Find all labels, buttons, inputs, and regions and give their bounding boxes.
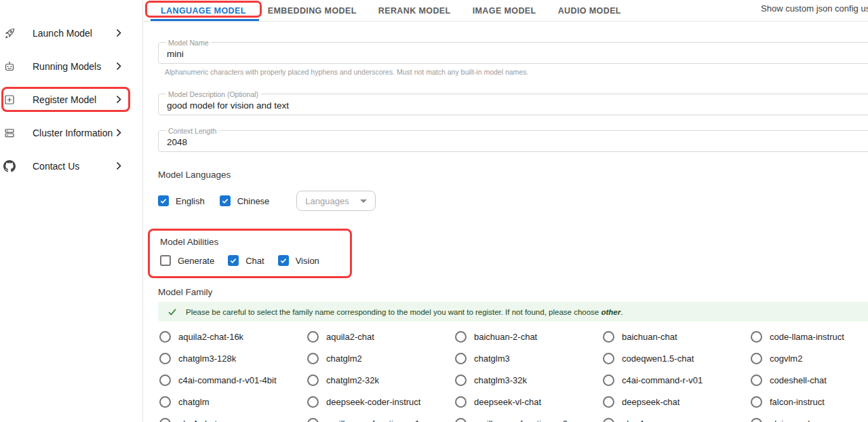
ability-vision-checkbox[interactable]	[278, 255, 289, 266]
model-description-value[interactable]: good model for vision and text	[167, 98, 289, 111]
radio-button[interactable]	[455, 331, 467, 343]
radio-button[interactable]	[751, 331, 762, 343]
show-json-config-link[interactable]: Show custom json config used b	[761, 3, 868, 14]
model-name-field[interactable]: Model Name mini	[158, 42, 868, 64]
family-option-chatglm3-32k[interactable]: chatglm3-32k	[455, 369, 603, 391]
model-family-alert: Please be careful to select the family n…	[158, 302, 868, 322]
family-option-aquila2-chat-16k[interactable]: aquila2-chat-16k	[159, 326, 307, 347]
radio-button[interactable]	[159, 375, 171, 386]
radio-button[interactable]	[159, 331, 171, 343]
family-option-chatglm2-32k[interactable]: chatglm2-32k	[307, 369, 455, 391]
language-chinese-checkbox[interactable]	[220, 195, 231, 206]
radio-button[interactable]	[603, 418, 614, 422]
context-length-field[interactable]: Context Length 2048	[158, 130, 868, 152]
chevron-down-icon	[360, 199, 367, 203]
languages-dropdown[interactable]: Languages	[296, 191, 375, 211]
family-option-cogvlm2[interactable]: cogvlm2	[751, 347, 868, 369]
tab-label: EMBEDDING MODEL	[268, 6, 357, 16]
radio-label: aquila2-chat	[326, 332, 374, 342]
radio-button[interactable]	[307, 331, 319, 343]
radio-button[interactable]	[307, 375, 319, 386]
radio-button[interactable]	[751, 375, 762, 386]
ability-chat-option[interactable]: Chat	[228, 255, 264, 266]
plus-square-icon	[3, 94, 16, 106]
ability-chat-checkbox[interactable]	[228, 255, 239, 266]
radio-label: chatglm3-128k	[178, 353, 236, 364]
context-length-value[interactable]: 2048	[167, 135, 187, 147]
family-option-baichuan-2-chat[interactable]: baichuan-2-chat	[455, 326, 603, 347]
radio-button[interactable]	[455, 418, 467, 422]
radio-button[interactable]	[603, 375, 614, 386]
sidebar-item-launch-model[interactable]: Launch Model	[0, 16, 142, 50]
language-english-option[interactable]: English	[158, 195, 205, 206]
ability-generate-checkbox[interactable]	[160, 255, 171, 266]
radio-label: chatglm	[178, 397, 210, 407]
tab-label: IMAGE MODEL	[473, 6, 536, 16]
model-family-title: Model Family	[158, 287, 868, 297]
family-option-glaive-coder[interactable]: glaive-coder	[751, 413, 868, 422]
sidebar-item-cluster-information[interactable]: Cluster Information	[0, 116, 142, 149]
tab-audio-model[interactable]: AUDIO MODEL	[547, 0, 632, 21]
ability-vision-option[interactable]: Vision	[278, 255, 319, 266]
tab-rerank-model[interactable]: RERANK MODEL	[368, 0, 462, 21]
radio-button[interactable]	[751, 353, 762, 364]
family-option-c4ai-command-r-v01[interactable]: c4ai-command-r-v01	[603, 369, 751, 391]
family-option-glm-4v[interactable]: glm-4v	[603, 413, 751, 422]
family-option-code-llama-instruct[interactable]: code-llama-instruct	[751, 326, 868, 347]
sidebar-item-running-models[interactable]: Running Models	[0, 50, 142, 83]
family-option-deepseek-chat[interactable]: deepseek-chat	[603, 391, 751, 413]
family-option-deepseek-vl-chat[interactable]: deepseek-vl-chat	[455, 391, 603, 413]
radio-button[interactable]	[307, 418, 319, 422]
family-option-codeqwen1-5-chat[interactable]: codeqwen1.5-chat	[603, 347, 751, 369]
radio-button[interactable]	[159, 396, 171, 408]
model-name-value[interactable]: mini	[167, 47, 184, 59]
family-option-gorilla-openfunctions-v2[interactable]: gorilla-openfunctions-v2	[455, 413, 603, 422]
family-option-falcon-instruct[interactable]: falcon-instruct	[751, 391, 868, 413]
radio-button[interactable]	[751, 396, 762, 408]
radio-label: deepseek-chat	[622, 397, 679, 407]
radio-label: gorilla-openfunctions-v1	[326, 419, 420, 422]
family-option-c4ai-command-r-v01-4bit[interactable]: c4ai-command-r-v01-4bit	[159, 369, 307, 391]
family-option-chatglm[interactable]: chatglm	[159, 391, 307, 413]
model-family-grid: aquila2-chat-16k aquila2-chat baichuan-2…	[159, 326, 868, 422]
family-option-chatglm3[interactable]: chatglm3	[455, 347, 603, 369]
radio-button[interactable]	[455, 396, 467, 408]
family-option-chatglm3-128k[interactable]: chatglm3-128k	[159, 347, 307, 369]
radio-button[interactable]	[603, 353, 614, 364]
sidebar-item-label: Contact Us	[33, 161, 79, 172]
rocket-icon	[3, 27, 16, 39]
radio-label: chatglm3	[474, 353, 510, 364]
tab-embedding-model[interactable]: EMBEDDING MODEL	[257, 0, 368, 21]
family-option-gorilla-openfunctions-v1[interactable]: gorilla-openfunctions-v1	[307, 413, 455, 422]
tab-list: LANGUAGE MODELEMBEDDING MODELRERANK MODE…	[150, 0, 632, 21]
radio-button[interactable]	[307, 353, 319, 364]
sidebar-item-label: Running Models	[33, 61, 101, 72]
radio-button[interactable]	[159, 353, 171, 364]
model-name-label: Model Name	[165, 39, 212, 47]
radio-label: code-llama-instruct	[770, 332, 844, 342]
family-option-aquila2-chat[interactable]: aquila2-chat	[307, 326, 455, 347]
radio-button[interactable]	[751, 418, 762, 422]
ability-generate-option[interactable]: Generate	[160, 255, 214, 266]
model-description-field[interactable]: Model Description (Optional) good model …	[158, 94, 868, 115]
radio-button[interactable]	[603, 396, 614, 408]
sidebar-item-contact-us[interactable]: Contact Us	[0, 149, 142, 183]
radio-button[interactable]	[455, 375, 467, 386]
family-option-deepseek-coder-instruct[interactable]: deepseek-coder-instruct	[307, 391, 455, 413]
radio-button[interactable]	[307, 396, 319, 408]
sidebar-item-register-model[interactable]: Register Model	[0, 83, 142, 116]
family-option-baichuan-chat[interactable]: baichuan-chat	[603, 326, 751, 347]
family-option-glm4-chat[interactable]: glm4-chat	[159, 413, 307, 422]
language-chinese-option[interactable]: Chinese	[220, 195, 270, 206]
chevron-right-icon	[116, 161, 122, 170]
radio-button[interactable]	[159, 418, 171, 422]
tab-language-model[interactable]: LANGUAGE MODEL	[150, 0, 257, 21]
language-english-checkbox[interactable]	[158, 195, 169, 206]
radio-label: gorilla-openfunctions-v2	[474, 419, 568, 422]
radio-button[interactable]	[455, 353, 467, 364]
radio-label: chatglm2-32k	[326, 375, 379, 385]
tab-image-model[interactable]: IMAGE MODEL	[462, 0, 547, 21]
family-option-codeshell-chat[interactable]: codeshell-chat	[751, 369, 868, 391]
family-option-chatglm2[interactable]: chatglm2	[307, 347, 455, 369]
radio-button[interactable]	[603, 331, 614, 343]
